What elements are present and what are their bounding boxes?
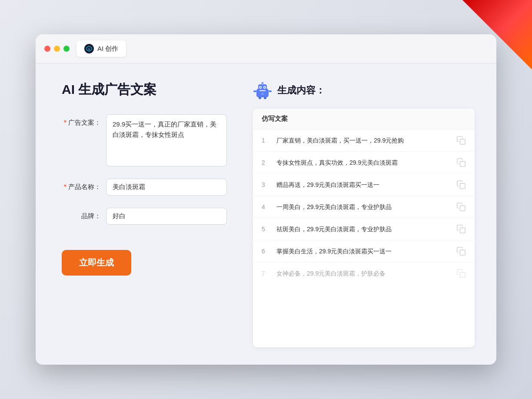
row-text: 掌握美白生活，29.9元美白淡斑霜买一送一 bbox=[276, 247, 450, 256]
copy-icon[interactable] bbox=[456, 246, 466, 256]
main-content: AI 生成广告文案 * 广告文案： * 产品名称： bbox=[36, 63, 496, 365]
ad-copy-group: * 广告文案： bbox=[62, 114, 227, 166]
row-number: 5 bbox=[262, 226, 270, 233]
maximize-button[interactable] bbox=[63, 46, 70, 52]
copy-icon[interactable] bbox=[456, 202, 466, 212]
svg-text:AI: AI bbox=[88, 48, 91, 50]
title-bar: AI AI 创作 bbox=[36, 34, 496, 63]
traffic-lights bbox=[44, 46, 70, 52]
row-number: 7 bbox=[262, 270, 270, 277]
row-number: 2 bbox=[262, 159, 270, 166]
row-number: 3 bbox=[262, 181, 270, 188]
svg-point-9 bbox=[264, 87, 266, 88]
table-row[interactable]: 2专抹女性斑点，真实功效，29.9元美白淡斑霜 bbox=[253, 152, 475, 174]
svg-rect-20 bbox=[460, 228, 465, 233]
brand-group: 品牌： bbox=[62, 208, 227, 225]
row-text: 祛斑美白，29.9元美白淡斑霜，专业护肤品 bbox=[276, 225, 450, 234]
row-text: 专抹女性斑点，真实功效，29.9元美白淡斑霜 bbox=[276, 158, 450, 167]
browser-window: AI AI 创作 AI 生成广告文案 * 广告文案： bbox=[36, 34, 496, 365]
result-rows-container: 1厂家直销，美白淡斑霜，买一送一，29.9元抢购 2专抹女性斑点，真实功效，29… bbox=[253, 130, 475, 284]
copy-icon[interactable] bbox=[456, 158, 466, 167]
svg-rect-10 bbox=[259, 90, 266, 91]
result-header: 生成内容： bbox=[253, 81, 475, 100]
product-name-input[interactable] bbox=[106, 179, 227, 196]
row-number: 4 bbox=[262, 203, 270, 210]
table-row[interactable]: 3赠品再送，29.9元美白淡斑霜买一送一 bbox=[253, 174, 475, 196]
close-button[interactable] bbox=[44, 46, 50, 52]
ai-tab-icon: AI bbox=[84, 44, 94, 53]
tab-label: AI 创作 bbox=[97, 45, 118, 53]
table-row[interactable]: 7女神必备，29.9元美白淡斑霜，护肤必备 bbox=[253, 263, 475, 284]
table-row[interactable]: 4一周美白，29.9元美白淡斑霜，专业护肤品 bbox=[253, 196, 475, 218]
svg-rect-18 bbox=[460, 183, 465, 189]
left-panel: AI 生成广告文案 * 广告文案： * 产品名称： bbox=[62, 81, 227, 347]
svg-rect-13 bbox=[269, 90, 272, 92]
ad-copy-label: 广告文案： bbox=[68, 119, 101, 127]
brand-label: 品牌： bbox=[81, 212, 101, 220]
svg-rect-16 bbox=[460, 139, 465, 144]
ad-copy-textarea[interactable] bbox=[106, 114, 227, 166]
copy-icon[interactable] bbox=[456, 269, 466, 278]
result-table: 仿写文案 1厂家直销，美白淡斑霜，买一送一，29.9元抢购 2专抹女性斑点，真实… bbox=[253, 109, 475, 347]
minimize-button[interactable] bbox=[54, 46, 60, 52]
svg-rect-19 bbox=[460, 206, 465, 211]
svg-point-4 bbox=[262, 82, 264, 84]
brand-input[interactable] bbox=[106, 208, 227, 225]
svg-rect-12 bbox=[253, 90, 256, 92]
row-text: 赠品再送，29.9元美白淡斑霜买一送一 bbox=[276, 180, 450, 190]
product-name-group: * 产品名称： bbox=[62, 179, 227, 196]
row-number: 6 bbox=[262, 248, 270, 255]
svg-rect-17 bbox=[460, 161, 465, 166]
result-title: 生成内容： bbox=[277, 84, 325, 97]
svg-rect-21 bbox=[460, 250, 465, 255]
table-row[interactable]: 1厂家直销，美白淡斑霜，买一送一，29.9元抢购 bbox=[253, 130, 475, 152]
svg-rect-14 bbox=[259, 97, 261, 99]
svg-rect-15 bbox=[264, 97, 266, 99]
brand-label-container: 品牌： bbox=[62, 208, 101, 220]
product-name-required-star: * bbox=[64, 183, 66, 191]
ai-tab[interactable]: AI AI 创作 bbox=[76, 40, 126, 57]
svg-point-11 bbox=[261, 93, 264, 95]
row-text: 女神必备，29.9元美白淡斑霜，护肤必备 bbox=[276, 269, 450, 278]
svg-rect-22 bbox=[460, 272, 465, 277]
product-name-row: * 产品名称： bbox=[62, 179, 227, 196]
product-name-label-container: * 产品名称： bbox=[62, 179, 101, 191]
row-text: 一周美白，29.9元美白淡斑霜，专业护肤品 bbox=[276, 203, 450, 212]
robot-icon bbox=[253, 81, 272, 100]
row-number: 1 bbox=[262, 137, 270, 144]
copy-icon[interactable] bbox=[456, 136, 466, 145]
ad-copy-label-container: * 广告文案： bbox=[62, 114, 101, 127]
right-panel: 生成内容： 仿写文案 1厂家直销，美白淡斑霜，买一送一，29.9元抢购 2专抹女… bbox=[253, 81, 475, 347]
brand-row: 品牌： bbox=[62, 208, 227, 225]
generate-button[interactable]: 立即生成 bbox=[62, 250, 131, 276]
ad-copy-row: * 广告文案： bbox=[62, 114, 227, 166]
table-row[interactable]: 5祛斑美白，29.9元美白淡斑霜，专业护肤品 bbox=[253, 218, 475, 240]
page-title: AI 生成广告文案 bbox=[62, 81, 227, 99]
copy-icon[interactable] bbox=[456, 224, 466, 234]
row-text: 厂家直销，美白淡斑霜，买一送一，29.9元抢购 bbox=[276, 136, 450, 145]
table-row[interactable]: 6掌握美白生活，29.9元美白淡斑霜买一送一 bbox=[253, 240, 475, 263]
copy-icon[interactable] bbox=[456, 180, 466, 190]
svg-point-8 bbox=[260, 87, 261, 88]
table-header: 仿写文案 bbox=[253, 109, 475, 130]
ad-copy-required-star: * bbox=[64, 119, 66, 127]
product-name-label: 产品名称： bbox=[68, 183, 101, 191]
